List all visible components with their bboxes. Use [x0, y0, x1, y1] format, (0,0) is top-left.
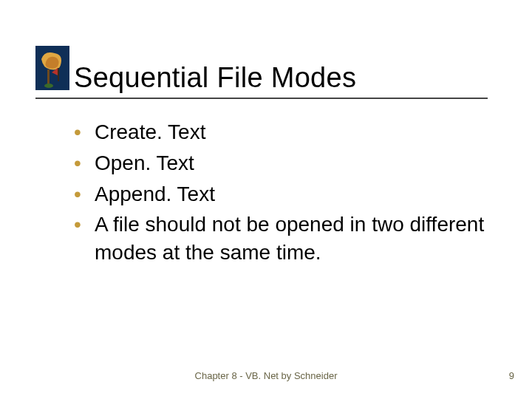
- list-item: Append. Text: [74, 180, 488, 208]
- svg-rect-1: [47, 69, 50, 84]
- bullet-list: Create. Text Open. Text Append. Text A f…: [74, 118, 488, 270]
- corner-illustration-icon: [35, 46, 69, 90]
- list-item: Create. Text: [74, 118, 488, 146]
- svg-point-2: [44, 83, 53, 88]
- list-item: A file should not be opened in two diffe…: [74, 211, 488, 267]
- bullet-text: Append. Text: [95, 183, 215, 205]
- bullet-text: A file should not be opened in two diffe…: [95, 213, 484, 264]
- svg-rect-3: [58, 68, 59, 81]
- bullet-text: Create. Text: [95, 120, 205, 143]
- footer-text: Chapter 8 - VB. Net by Schneider: [0, 370, 532, 381]
- slide-title: Sequential File Modes: [74, 62, 356, 94]
- bullet-text: Open. Text: [95, 151, 194, 174]
- slide: Sequential File Modes Create. Text Open.…: [0, 0, 532, 399]
- title-underline: [35, 98, 488, 99]
- list-item: Open. Text: [74, 149, 488, 177]
- page-number: 9: [509, 370, 514, 381]
